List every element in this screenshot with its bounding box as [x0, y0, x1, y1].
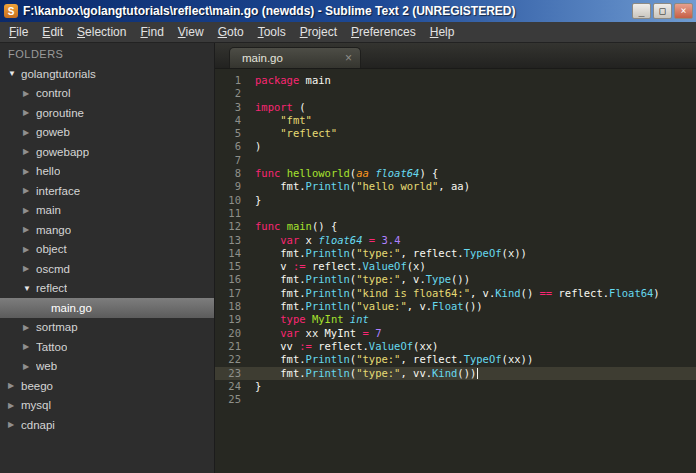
line-number: 7: [215, 154, 241, 167]
sidebar-item-cdnapi[interactable]: ▶cdnapi: [0, 415, 214, 435]
sidebar-item-goweb[interactable]: ▶goweb: [0, 123, 214, 143]
chevron-right-icon[interactable]: ▶: [23, 89, 36, 98]
sidebar-item-main[interactable]: ▶main: [0, 201, 214, 221]
line-number: 5: [215, 127, 241, 140]
menu-view[interactable]: View: [171, 25, 211, 39]
chevron-right-icon[interactable]: ▶: [8, 401, 21, 410]
sidebar-item-tattoo[interactable]: ▶Tattoo: [0, 337, 214, 357]
sidebar-item-mysql[interactable]: ▶mysql: [0, 396, 214, 416]
tab-main-go[interactable]: main.go ×: [229, 47, 361, 68]
minimize-button[interactable]: _: [632, 3, 651, 19]
code-line-21[interactable]: 21 vv := reflect.ValueOf(xx): [215, 340, 696, 353]
code-line-22[interactable]: 22 fmt.Println("type:", reflect.TypeOf(x…: [215, 353, 696, 366]
maximize-button[interactable]: □: [653, 3, 672, 19]
code-line-2[interactable]: 2: [215, 87, 696, 100]
line-number: 4: [215, 114, 241, 127]
code-line-24[interactable]: 24}: [215, 380, 696, 393]
sidebar-item-interface[interactable]: ▶interface: [0, 181, 214, 201]
sidebar-item-hello[interactable]: ▶hello: [0, 162, 214, 182]
code-line-1[interactable]: 1package main: [215, 74, 696, 87]
sidebar-item-goroutine[interactable]: ▶goroutine: [0, 103, 214, 123]
code-line-7[interactable]: 7: [215, 154, 696, 167]
code-text: fmt.Println("type:", reflect.TypeOf(x)): [255, 247, 527, 260]
code-line-4[interactable]: 4 "fmt": [215, 114, 696, 127]
sidebar-item-mango[interactable]: ▶mango: [0, 220, 214, 240]
tree-item-label: hello: [36, 165, 60, 177]
code-line-12[interactable]: 12func main() {: [215, 220, 696, 233]
sidebar-item-reflect[interactable]: ▼reflect: [0, 279, 214, 299]
code-text: }: [255, 380, 261, 393]
window-title: F:\kanbox\golangtutorials\reflect\main.g…: [23, 4, 626, 18]
sidebar-item-object[interactable]: ▶object: [0, 240, 214, 260]
menu-preferences[interactable]: Preferences: [344, 25, 423, 39]
sidebar: FOLDERS ▼golangtutorials▶control▶gorouti…: [0, 43, 215, 473]
code-line-9[interactable]: 9 fmt.Println("hello world", aa): [215, 180, 696, 193]
code-text: type MyInt int: [255, 313, 369, 326]
window-controls: _ □ ×: [632, 3, 693, 19]
menu-find[interactable]: Find: [133, 25, 170, 39]
code-text: func main() {: [255, 220, 337, 233]
chevron-right-icon[interactable]: ▶: [23, 186, 36, 195]
code-line-13[interactable]: 13 var x float64 = 3.4: [215, 234, 696, 247]
code-line-8[interactable]: 8func helloworld(aa float64) {: [215, 167, 696, 180]
line-number: 25: [215, 393, 241, 406]
code-line-10[interactable]: 10}: [215, 194, 696, 207]
code-line-14[interactable]: 14 fmt.Println("type:", reflect.TypeOf(x…: [215, 247, 696, 260]
chevron-right-icon[interactable]: ▶: [23, 245, 36, 254]
tree-item-label: main: [36, 204, 61, 216]
line-number: 20: [215, 327, 241, 340]
sidebar-item-oscmd[interactable]: ▶oscmd: [0, 259, 214, 279]
code-line-3[interactable]: 3import (: [215, 101, 696, 114]
sidebar-item-sortmap[interactable]: ▶sortmap: [0, 318, 214, 338]
code-line-16[interactable]: 16 fmt.Println("type:", v.Type()): [215, 273, 696, 286]
tab-bar: main.go ×: [215, 43, 696, 69]
code-line-20[interactable]: 20 var xx MyInt = 7: [215, 327, 696, 340]
code-line-6[interactable]: 6): [215, 140, 696, 153]
tree-item-label: control: [36, 87, 71, 99]
chevron-down-icon[interactable]: ▼: [8, 69, 21, 78]
chevron-right-icon[interactable]: ▶: [8, 381, 21, 390]
chevron-right-icon[interactable]: ▶: [23, 342, 36, 351]
close-button[interactable]: ×: [674, 3, 693, 19]
code-area[interactable]: 1package main23import (4 "fmt"5 "reflect…: [215, 69, 696, 473]
tab-close-icon[interactable]: ×: [345, 51, 352, 65]
chevron-right-icon[interactable]: ▶: [23, 323, 36, 332]
tree-item-label: sortmap: [36, 321, 78, 333]
code-line-19[interactable]: 19 type MyInt int: [215, 313, 696, 326]
menu-file[interactable]: File: [2, 25, 35, 39]
chevron-right-icon[interactable]: ▶: [23, 108, 36, 117]
code-line-11[interactable]: 11: [215, 207, 696, 220]
menu-project[interactable]: Project: [293, 25, 344, 39]
folders-header: FOLDERS: [0, 43, 214, 64]
chevron-right-icon[interactable]: ▶: [23, 128, 36, 137]
code-line-5[interactable]: 5 "reflect": [215, 127, 696, 140]
sidebar-item-golangtutorials[interactable]: ▼golangtutorials: [0, 64, 214, 84]
sidebar-item-beego[interactable]: ▶beego: [0, 376, 214, 396]
chevron-right-icon[interactable]: ▶: [23, 206, 36, 215]
menu-tools[interactable]: Tools: [251, 25, 293, 39]
chevron-down-icon[interactable]: ▼: [23, 284, 36, 293]
chevron-right-icon[interactable]: ▶: [23, 264, 36, 273]
code-line-25[interactable]: 25: [215, 393, 696, 406]
sidebar-item-web[interactable]: ▶web: [0, 357, 214, 377]
chevron-right-icon[interactable]: ▶: [23, 147, 36, 156]
sidebar-item-main-go[interactable]: main.go: [0, 298, 214, 318]
menu-help[interactable]: Help: [423, 25, 462, 39]
menu-edit[interactable]: Edit: [35, 25, 70, 39]
code-line-23[interactable]: 23 fmt.Println("type:", vv.Kind()): [215, 367, 696, 380]
chevron-right-icon[interactable]: ▶: [23, 362, 36, 371]
line-number: 23: [215, 367, 241, 380]
code-line-18[interactable]: 18 fmt.Println("value:", v.Float()): [215, 300, 696, 313]
code-text: var x float64 = 3.4: [255, 234, 400, 247]
text-caret: [477, 368, 478, 379]
code-line-15[interactable]: 15 v := reflect.ValueOf(x): [215, 260, 696, 273]
sidebar-item-gowebapp[interactable]: ▶gowebapp: [0, 142, 214, 162]
menu-goto[interactable]: Goto: [211, 25, 251, 39]
chevron-right-icon[interactable]: ▶: [23, 167, 36, 176]
chevron-right-icon[interactable]: ▶: [8, 420, 21, 429]
sidebar-item-control[interactable]: ▶control: [0, 84, 214, 104]
code-line-17[interactable]: 17 fmt.Println("kind is float64:", v.Kin…: [215, 287, 696, 300]
chevron-right-icon[interactable]: ▶: [23, 225, 36, 234]
tree-item-label: web: [36, 360, 57, 372]
menu-selection[interactable]: Selection: [70, 25, 133, 39]
